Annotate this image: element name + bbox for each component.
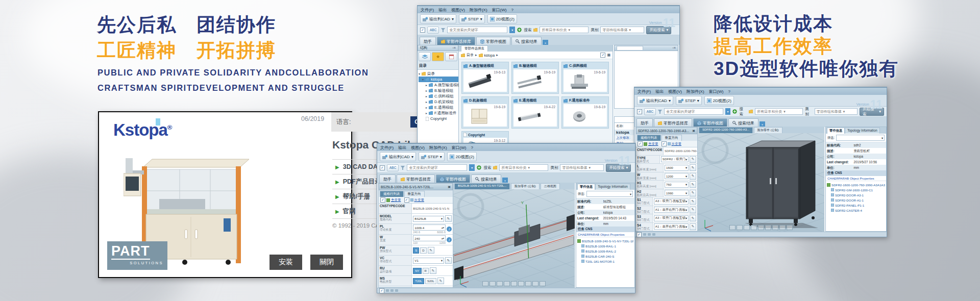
pin-icon[interactable]: ▣ — [692, 129, 695, 133]
param-select[interactable]: A3：双开门-面板互锁▾ — [654, 215, 689, 221]
filter-combo[interactable]: ▾ — [586, 191, 633, 197]
toggle-option-R[interactable]: R — [423, 268, 429, 274]
config-title-tab[interactable]: BS25LB-1009-240-S-V1-NY-T20L...▣ — [379, 183, 453, 190]
viewport-tool-icon[interactable] — [511, 281, 517, 286]
abc-button[interactable]: ABC — [644, 108, 656, 115]
viewport-tab-1[interactable]: 附加零件 (公制) — [754, 127, 782, 133]
primary-variable-toggle[interactable]: ✓主变量 — [380, 197, 401, 203]
edit-icon[interactable]: ✎ — [428, 247, 434, 254]
parts-item-0[interactable]: BS25LB-1009-RAIL-1 — [577, 243, 633, 248]
export-to-cad-button[interactable]: 输出到CAD▾ — [420, 14, 456, 23]
viewport-tool-icon[interactable] — [779, 225, 786, 230]
viewport-tool-icon[interactable] — [525, 281, 531, 286]
keyword-input[interactable]: 全文搜索的关键字 — [447, 27, 507, 33]
info-tab-1[interactable]: Topology Information — [845, 128, 879, 134]
history-button[interactable] — [445, 52, 457, 61]
scope-dropdown[interactable]: 所有目录和分类▾ — [499, 164, 548, 171]
info-tab-0[interactable]: 零件信息 — [827, 128, 845, 134]
tab-3[interactable]: 搜索结果 — [728, 118, 758, 127]
edit-icon[interactable]: ✎ — [445, 215, 452, 222]
tree-vendor-kstopa[interactable]: ▾kstopa — [419, 77, 458, 82]
abc-button[interactable]: ABC — [387, 164, 399, 171]
menu-item-2[interactable]: 视图(V) — [451, 7, 465, 13]
tab-2[interactable]: 零部件视图 — [436, 174, 470, 183]
tree-category-4[interactable]: ▸E.通用模组 — [419, 105, 458, 110]
select-all-checkbox[interactable]: ✓ — [600, 53, 605, 58]
secondary-variable-toggle[interactable]: ✓次变量 — [662, 141, 682, 146]
start-search-button[interactable]: 开始搜索▾ — [646, 26, 671, 34]
breadcrumb-root[interactable]: 目录 — [467, 53, 474, 58]
menu-item-5[interactable]: ? — [728, 89, 730, 94]
toggle-option-S[interactable]: S — [413, 247, 419, 254]
parts-item-3[interactable]: SDFR2-PANEL-P1-1 — [827, 203, 885, 208]
tree-copyright[interactable]: Copyright — [419, 116, 458, 121]
object-properties-link[interactable]: CHAERPARAB Object Properties — [576, 232, 634, 237]
viewport-tab-0[interactable]: BS25LB-1009-240-S-V1-NY-T20L... — [454, 183, 510, 189]
viewport-tool-icon[interactable] — [518, 281, 524, 286]
parts-item-3[interactable]: T20L-181-MOTOR-1 — [577, 259, 633, 264]
tab-0[interactable]: 助手 — [636, 118, 653, 127]
object-properties-link[interactable]: CHAERPARAB Object Properties — [826, 176, 886, 181]
view-2d-button[interactable]: 2D视图(2) — [487, 14, 517, 23]
param-select[interactable]: 1200▾ — [665, 173, 689, 179]
tab-3[interactable]: 搜索结果 — [511, 37, 542, 45]
primary-checkbox[interactable]: ✓ — [638, 141, 643, 146]
param-select[interactable]: A1：单开右开门-面板▾ — [654, 223, 689, 230]
toggle-option-T20L[interactable]: T20L — [413, 278, 424, 284]
edit-icon[interactable]: ✎ — [437, 278, 444, 284]
edit-icon[interactable]: ✎ — [690, 156, 696, 163]
param-select[interactable]: A3：双开门-面板互锁▾ — [654, 198, 689, 205]
menu-item-4[interactable]: 窗口(W) — [452, 145, 467, 150]
secondary-variable-toggle[interactable]: ✓次变量 — [404, 197, 425, 203]
catalog-view-button[interactable] — [419, 52, 431, 61]
edit-icon[interactable]: ✎ — [690, 164, 696, 171]
viewport-tool-icon[interactable] — [765, 225, 771, 230]
info-icon[interactable]: i — [447, 237, 452, 242]
menu-item-4[interactable]: 窗口(W) — [709, 89, 724, 94]
edit-icon[interactable]: ✎ — [690, 215, 696, 221]
config-subtab-1[interactable]: 垂直方向 — [662, 135, 682, 141]
keyword-input[interactable]: 全文搜索的关键字 — [664, 108, 723, 115]
pin-icon[interactable]: ▣ — [448, 185, 451, 189]
category-card-1[interactable]: B.输送模组19-6-19 — [511, 62, 559, 94]
edit-icon[interactable]: ✎ — [690, 198, 696, 205]
primary-variable-toggle[interactable]: ✓主变量 — [638, 141, 658, 146]
param-spinner[interactable]: 1009.4▴▾ — [413, 224, 446, 231]
edit-icon[interactable]: ✎ — [690, 181, 696, 188]
toggle-option-NY[interactable]: NY — [413, 268, 421, 274]
viewport-tab-2[interactable]: 二维视图 — [541, 183, 560, 189]
config-title-tab[interactable]: SDFR2-1600-1200-760-1990-A3...▣ — [636, 127, 697, 134]
content-tab[interactable]: 零部件选择库 — [461, 45, 488, 52]
tab-2[interactable]: 零部件视图 — [693, 118, 727, 127]
menu-item-0[interactable]: 文件(F) — [380, 145, 394, 150]
toggle-option-S20L[interactable]: S20L — [425, 278, 436, 284]
viewport-tool-icon[interactable] — [751, 225, 757, 230]
step-format-button[interactable]: STEP▾ — [419, 152, 445, 161]
menu-item-5[interactable]: ? — [471, 145, 473, 150]
grid-view-icon[interactable]: ▦ — [607, 53, 610, 57]
toggle-option-D[interactable]: D — [420, 247, 426, 254]
menu-item-2[interactable]: 视图(V) — [668, 89, 682, 94]
keyword-input[interactable]: 全文搜索的关键字 — [407, 164, 467, 171]
param-select[interactable]: V1▾ — [413, 258, 444, 264]
viewport-tool-icon[interactable] — [737, 225, 743, 230]
parts-item-2[interactable]: BS25LB-CAR-240-S — [577, 254, 633, 259]
menu-item-0[interactable]: 文件(F) — [421, 7, 434, 13]
viewport-tool-icon[interactable] — [540, 281, 546, 286]
menu-item-3[interactable]: 附加件(X) — [429, 145, 447, 150]
viewport-tool-icon[interactable] — [744, 225, 750, 230]
info-tab-1[interactable]: Topology Information — [595, 184, 630, 190]
viewport-tool-icon[interactable] — [772, 225, 778, 230]
viewport-tool-icon[interactable] — [482, 281, 488, 286]
tree-category-3[interactable]: ▸D.机架模组 — [419, 99, 458, 105]
keyword-dropdown-button[interactable]: ▾ — [509, 27, 515, 33]
menu-item-1[interactable]: 输出 — [398, 145, 406, 150]
config-subtab-1[interactable]: 垂直方向 — [404, 191, 425, 197]
info-tab-0[interactable]: 零件信息 — [577, 184, 595, 190]
tree-category-0[interactable]: ▸A.微型输送模组 — [419, 82, 458, 88]
param-select[interactable]: BS25LB▾ — [413, 216, 444, 222]
secondary-checkbox[interactable]: ✓ — [662, 141, 667, 146]
param-select[interactable]: A1：单开右开门-面板▾ — [654, 207, 689, 213]
step-format-button[interactable]: STEP▾ — [459, 14, 485, 23]
info-icon[interactable]: i — [447, 227, 452, 232]
